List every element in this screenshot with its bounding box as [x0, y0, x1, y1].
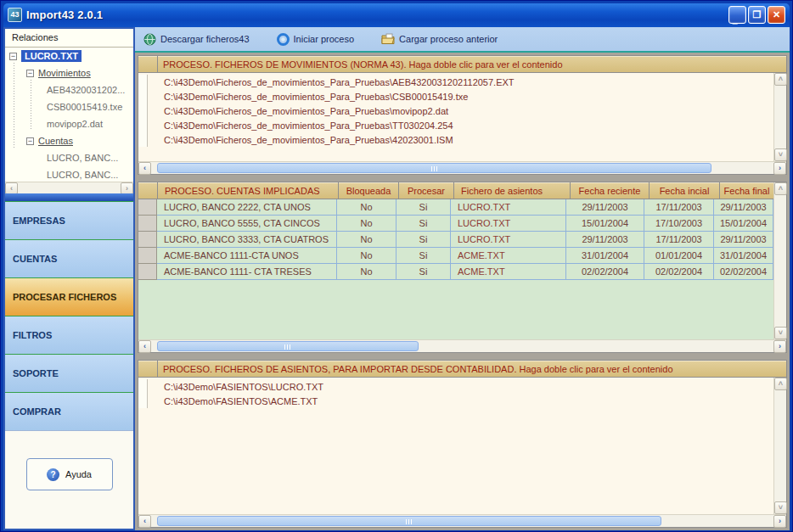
tree-item-file[interactable]: CSB00015419.txe — [5, 98, 133, 115]
nav-empresas-button[interactable]: EMPRESAS — [5, 201, 133, 239]
collapse-icon[interactable]: − — [26, 70, 34, 77]
column-header[interactable]: PROCESO. CUENTAS IMPLICADAS — [158, 182, 338, 199]
tree-group-label[interactable]: Movimientos — [38, 68, 91, 78]
tree-root-label[interactable]: LUCRO.TXT — [21, 50, 82, 62]
tree-file-label[interactable]: AEB4320031202... — [47, 85, 125, 95]
panel-gap — [138, 175, 787, 182]
main-content: Descargar ficheros43 Iniciar proceso Car… — [135, 27, 790, 530]
cell-bloqueada: No — [337, 199, 396, 216]
scrollbar-track[interactable] — [774, 390, 786, 501]
movement-file-row[interactable]: C:\i43Demo\Ficheros_de_movimientos_Para_… — [138, 119, 773, 133]
minimize-button[interactable]: _ — [728, 6, 746, 24]
scroll-down-icon[interactable]: ˅ — [774, 327, 787, 339]
nav-filtros-button[interactable]: FILTROS — [5, 316, 133, 354]
column-header[interactable]: Procesar — [399, 182, 453, 199]
scrollbar-track[interactable] — [18, 182, 121, 193]
row-selector[interactable] — [138, 248, 157, 264]
scrollbar-track[interactable] — [774, 86, 786, 148]
tree-horizontal-scrollbar[interactable]: ‹ › — [5, 182, 133, 193]
scroll-down-icon[interactable]: ˅ — [774, 501, 787, 514]
cell-procesar: Si — [396, 199, 451, 216]
movement-file-row[interactable]: C:\i43Demo\Ficheros_de_movimientos_Para_… — [138, 133, 773, 148]
titlebar: 43 Import43 2.0.1 _ ❐ ✕ — [3, 3, 790, 27]
tree-item-account[interactable]: LUCRO, BANC... — [5, 149, 133, 166]
tree-item-cuentas[interactable]: − Cuentas — [5, 132, 133, 149]
relations-tree: − LUCRO.TXT − Movimientos AEB4320031202.… — [5, 48, 133, 182]
scrollbar-thumb[interactable] — [157, 341, 419, 351]
column-header[interactable]: Fecha final — [720, 182, 773, 199]
tree-file-label[interactable]: movipop2.dat — [47, 119, 103, 129]
maximize-button[interactable]: ❐ — [748, 6, 766, 24]
account-row[interactable]: LUCRO, BANCO 2222, CTA UNOS No Si LUCRO.… — [138, 199, 773, 216]
horizontal-scrollbar[interactable]: ‹ › — [138, 514, 786, 527]
scrollbar-thumb[interactable] — [157, 163, 711, 173]
column-header[interactable]: Bloqueada — [339, 182, 398, 199]
row-selector[interactable] — [138, 199, 157, 216]
scrollbar-track[interactable] — [774, 195, 786, 327]
tree-item-root[interactable]: − LUCRO.TXT — [5, 48, 133, 64]
download-ficheros43-button[interactable]: Descargar ficheros43 — [143, 33, 250, 46]
close-button[interactable]: ✕ — [768, 6, 785, 24]
tree-item-account[interactable]: LUCRO, BANC... — [5, 166, 133, 182]
row-selector-gutter — [138, 75, 148, 147]
tree-item-file[interactable]: AEB4320031202... — [5, 81, 133, 98]
nav-cuentas-button[interactable]: CUENTAS — [5, 239, 133, 277]
column-header[interactable]: Fichero de asientos — [454, 182, 570, 199]
cell-account: LUCRO, BANCO 3333, CTA CUATROS — [157, 232, 337, 248]
vertical-scrollbar[interactable]: ˄ ˅ — [773, 73, 786, 161]
column-header[interactable]: Fecha reciente — [571, 182, 649, 199]
tree-file-label[interactable]: CSB00015419.txe — [47, 102, 122, 112]
cell-fecha-final: 29/11/2003 — [714, 232, 773, 248]
entry-file-row[interactable]: C:\i43Demo\FASIENTOS\ACME.TXT — [138, 395, 773, 409]
scroll-left-icon[interactable]: ‹ — [5, 182, 18, 194]
account-row[interactable]: LUCRO, BANCO 3333, CTA CUATROS No Si LUC… — [138, 232, 773, 248]
collapse-icon[interactable]: − — [26, 137, 34, 145]
load-previous-process-button[interactable]: Cargar proceso anterior — [381, 33, 498, 45]
movement-file-row[interactable]: C:\i43Demo\Ficheros_de_movimientos_Para_… — [138, 90, 773, 104]
nav-soporte-button[interactable]: SOPORTE — [5, 354, 133, 392]
horizontal-scrollbar[interactable]: ‹ › — [138, 161, 786, 174]
tree-account-label[interactable]: LUCRO, BANC... — [47, 153, 118, 163]
scroll-right-icon[interactable]: › — [121, 182, 133, 194]
cell-fecha-inicial: 01/01/2004 — [644, 248, 714, 264]
account-row[interactable]: LUCRO, BANCO 5555, CTA CINCOS No Si LUCR… — [138, 216, 773, 232]
nav-procesar-ficheros-button[interactable]: PROCESAR FICHEROS — [5, 277, 133, 316]
entry-file-row[interactable]: C:\i43Demo\FASIENTOS\LUCRO.TXT — [138, 380, 773, 395]
scrollbar-thumb[interactable] — [157, 516, 661, 526]
cell-account: LUCRO, BANCO 2222, CTA UNOS — [157, 199, 337, 216]
scroll-up-icon[interactable]: ˄ — [774, 182, 787, 195]
tree-item-movimientos[interactable]: − Movimientos — [5, 64, 133, 81]
column-header[interactable]: Fecha incial — [650, 182, 719, 199]
nav-comprar-button[interactable]: COMPRAR — [5, 392, 133, 430]
scrollbar-track[interactable] — [151, 515, 773, 527]
scroll-up-icon[interactable]: ˄ — [774, 73, 787, 86]
vertical-scrollbar[interactable]: ˄ ˅ — [773, 378, 786, 514]
row-selector[interactable] — [138, 264, 157, 280]
scroll-left-icon[interactable]: ‹ — [138, 515, 151, 528]
movement-file-row[interactable]: C:\i43Demo\Ficheros_de_movimientos_Para_… — [138, 104, 773, 119]
scroll-left-icon[interactable]: ‹ — [138, 340, 151, 353]
account-row[interactable]: ACME-BANCO 1111-CTA UNOS No Si ACME.TXT … — [138, 248, 773, 264]
movements-panel: PROCESO. FICHEROS DE MOVIMIENTOS (NORMA … — [138, 55, 787, 175]
scrollbar-track[interactable] — [151, 162, 773, 174]
scroll-right-icon[interactable]: › — [773, 340, 786, 353]
scroll-right-icon[interactable]: › — [773, 162, 786, 175]
collapse-icon[interactable]: − — [9, 53, 17, 60]
row-selector[interactable] — [138, 232, 157, 248]
scroll-right-icon[interactable]: › — [773, 515, 786, 528]
scroll-up-icon[interactable]: ˄ — [774, 378, 787, 390]
scroll-down-icon[interactable]: ˅ — [774, 148, 787, 161]
tree-item-file[interactable]: movipop2.dat — [5, 115, 133, 132]
scroll-left-icon[interactable]: ‹ — [138, 162, 151, 175]
vertical-scrollbar[interactable]: ˄ ˅ — [773, 182, 786, 339]
row-selector[interactable] — [138, 216, 157, 232]
tree-account-label[interactable]: LUCRO, BANC... — [47, 170, 118, 180]
scrollbar-track[interactable] — [151, 340, 773, 352]
help-button[interactable]: ? Ayuda — [26, 458, 113, 490]
movement-file-row[interactable]: C:\i43Demo\Ficheros_de_movimientos_Para_… — [138, 76, 773, 90]
sidebar-divider — [5, 193, 133, 201]
account-row[interactable]: ACME-BANCO 1111- CTA TRESES No Si ACME.T… — [138, 264, 773, 280]
tree-group-label[interactable]: Cuentas — [38, 136, 73, 146]
start-process-button[interactable]: Iniciar proceso — [277, 33, 355, 46]
horizontal-scrollbar[interactable]: ‹ › — [138, 339, 786, 352]
